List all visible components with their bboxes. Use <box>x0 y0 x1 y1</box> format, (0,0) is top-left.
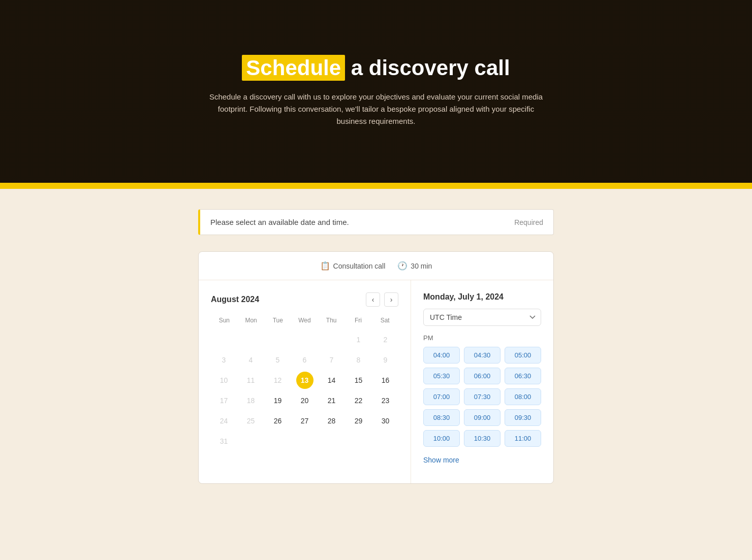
scheduler-header: 📋 Consultation call 🕐 30 min <box>199 252 553 280</box>
cal-day-14[interactable]: 14 <box>323 372 340 389</box>
cal-empty <box>296 331 314 348</box>
time-slot-0900[interactable]: 09:00 <box>464 409 500 426</box>
time-slot-0430[interactable]: 04:30 <box>464 347 500 364</box>
day-header-tue: Tue <box>264 315 291 326</box>
cal-day-10: 10 <box>215 372 233 389</box>
time-slot-0730[interactable]: 07:30 <box>464 388 500 405</box>
cal-day-21[interactable]: 21 <box>323 392 340 409</box>
time-period-label: PM <box>423 334 541 342</box>
cal-day-13-today[interactable]: 13 <box>296 372 314 389</box>
calendar-prev-button[interactable]: ‹ <box>366 292 380 307</box>
day-header-wed: Wed <box>291 315 318 326</box>
cal-day-20[interactable]: 20 <box>296 392 314 409</box>
scheduler-body: August 2024 ‹ › Sun Mon Tue Wed Thu Fri … <box>199 280 553 483</box>
notice-bar: Please select an available date and time… <box>198 209 554 235</box>
calendar-month-label: August 2024 <box>211 295 259 304</box>
cal-empty <box>269 331 287 348</box>
cal-day-18: 18 <box>242 392 260 409</box>
selected-date-label: Monday, July 1, 2024 <box>423 292 541 302</box>
day-header-sun: Sun <box>211 315 238 326</box>
time-slot-0930[interactable]: 09:30 <box>505 409 541 426</box>
time-slot-1100[interactable]: 11:00 <box>505 430 541 447</box>
cal-day-25: 25 <box>242 412 260 430</box>
day-header-sat: Sat <box>371 315 398 326</box>
time-section: Monday, July 1, 2024 UTC Time Eastern Ti… <box>411 280 553 483</box>
cal-day-28[interactable]: 28 <box>323 412 340 430</box>
calendar-grid: 1 2 3 4 5 6 7 8 9 10 11 12 13 14 15 16 <box>211 330 398 451</box>
cal-day-12: 12 <box>269 372 287 389</box>
cal-empty <box>323 331 340 348</box>
hero-title-rest: a discovery call <box>351 56 510 80</box>
time-slot-0830[interactable]: 08:30 <box>423 409 460 426</box>
cal-day-31: 31 <box>215 433 233 450</box>
cal-day-26[interactable]: 26 <box>269 412 287 430</box>
cal-day-29[interactable]: 29 <box>350 412 367 430</box>
cal-day-17: 17 <box>215 392 233 409</box>
day-header-thu: Thu <box>318 315 345 326</box>
time-slot-0500[interactable]: 05:00 <box>505 347 541 364</box>
cal-day-27[interactable]: 27 <box>296 412 314 430</box>
calendar-day-headers: Sun Mon Tue Wed Thu Fri Sat <box>211 315 398 326</box>
notice-text: Please select an available date and time… <box>210 218 349 226</box>
cal-day-19[interactable]: 19 <box>269 392 287 409</box>
cal-day-23[interactable]: 23 <box>377 392 394 409</box>
cal-day-9: 9 <box>377 351 394 369</box>
time-slot-0630[interactable]: 06:30 <box>505 368 541 384</box>
cal-day-4: 4 <box>242 351 260 369</box>
time-slot-0800[interactable]: 08:00 <box>505 388 541 405</box>
cal-day-30[interactable]: 30 <box>377 412 394 430</box>
calendar-nav: August 2024 ‹ › <box>211 292 398 307</box>
main-content: Please select an available date and time… <box>0 189 752 544</box>
hero-content: Schedule a discovery call Schedule a dis… <box>198 55 554 127</box>
cal-empty <box>215 331 233 348</box>
day-header-mon: Mon <box>238 315 265 326</box>
time-slot-0530[interactable]: 05:30 <box>423 368 460 384</box>
cal-day-11: 11 <box>242 372 260 389</box>
cal-day-22[interactable]: 22 <box>350 392 367 409</box>
time-slot-1000[interactable]: 10:00 <box>423 430 460 447</box>
day-header-fri: Fri <box>345 315 372 326</box>
cal-day-7: 7 <box>323 351 340 369</box>
duration-label: 30 min <box>411 262 432 270</box>
scheduler-card: 📋 Consultation call 🕐 30 min August 2024… <box>198 251 554 484</box>
cal-day-16[interactable]: 16 <box>377 372 394 389</box>
time-slot-1030[interactable]: 10:30 <box>464 430 500 447</box>
time-slot-0700[interactable]: 07:00 <box>423 388 460 405</box>
hero-title-highlight: Schedule <box>242 55 345 81</box>
cal-empty <box>242 331 260 348</box>
duration-item: 🕐 30 min <box>397 261 432 271</box>
calendar-icon: 📋 <box>320 261 330 271</box>
calendar-section: August 2024 ‹ › Sun Mon Tue Wed Thu Fri … <box>199 280 411 483</box>
time-slots-grid: 04:00 04:30 05:00 05:30 06:00 06:30 07:0… <box>423 347 541 447</box>
time-slot-0600[interactable]: 06:00 <box>464 368 500 384</box>
hero-title: Schedule a discovery call <box>208 55 544 81</box>
cal-day-3: 3 <box>215 351 233 369</box>
cal-day-1: 1 <box>350 331 367 348</box>
calendar-nav-buttons: ‹ › <box>366 292 398 307</box>
notice-required-label: Required <box>514 218 543 226</box>
meeting-type-label: Consultation call <box>333 262 386 270</box>
timezone-select[interactable]: UTC Time Eastern Time Pacific Time Centr… <box>423 309 541 326</box>
cal-day-5: 5 <box>269 351 287 369</box>
gold-accent-bar <box>0 183 752 189</box>
hero-description: Schedule a discovery call with us to exp… <box>208 91 544 127</box>
cal-day-24: 24 <box>215 412 233 430</box>
clock-icon: 🕐 <box>397 261 408 271</box>
show-more-button[interactable]: Show more <box>423 454 459 466</box>
meeting-type-item: 📋 Consultation call <box>320 261 386 271</box>
time-slot-0400[interactable]: 04:00 <box>423 347 460 364</box>
calendar-next-button[interactable]: › <box>384 292 398 307</box>
cal-day-15[interactable]: 15 <box>350 372 367 389</box>
cal-day-8: 8 <box>350 351 367 369</box>
cal-day-2: 2 <box>377 331 394 348</box>
cal-day-6: 6 <box>296 351 314 369</box>
hero-section: Schedule a discovery call Schedule a dis… <box>0 0 752 183</box>
